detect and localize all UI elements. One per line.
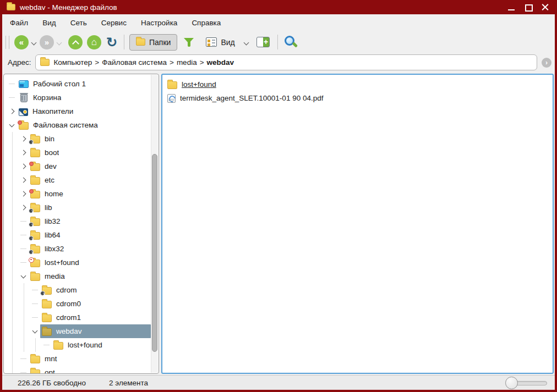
menu-item-файл[interactable]: Файл	[10, 19, 28, 27]
tree-item-body[interactable]: lost+found	[52, 338, 151, 352]
tree-item-cdrom0[interactable]: cdrom0	[4, 297, 151, 311]
expander-expanded-icon[interactable]	[19, 269, 29, 283]
folder-icon	[30, 205, 40, 212]
zoom-slider[interactable]	[505, 377, 547, 389]
address-row: Адрес: Компьютер>Файловая система>media>…	[2, 53, 555, 73]
forward-history-dropdown[interactable]	[56, 35, 63, 49]
tree-item-корзина[interactable]: Корзина	[4, 91, 151, 104]
view-dropdown[interactable]	[243, 35, 250, 49]
tree-item-lost+found[interactable]: lost+found	[4, 338, 151, 352]
tree-item-body[interactable]: dev	[29, 159, 151, 173]
tree-item-body[interactable]: cdrom0	[40, 297, 151, 311]
breadcrumb-item-компьютер[interactable]: Компьютер	[53, 58, 92, 67]
filter-button[interactable]	[183, 35, 195, 49]
file-item-lost+found[interactable]: lost+found	[165, 78, 553, 91]
tree-item-mnt[interactable]: mnt	[4, 352, 151, 366]
tree-item-body[interactable]: cdrom	[40, 283, 151, 297]
emblem-red-icon	[29, 162, 34, 166]
expander-collapsed-icon[interactable]	[19, 173, 29, 187]
back-history-dropdown[interactable]	[30, 35, 38, 49]
tree-item-body[interactable]: media	[29, 269, 151, 283]
tree-item-body[interactable]: boot	[29, 146, 151, 159]
tree-item-boot[interactable]: boot	[4, 146, 151, 159]
tree-item-body[interactable]: bin	[29, 132, 151, 146]
file-item-termidesk-agent-slet-10001-01-90-04-pdf[interactable]: termidesk_agent_SLET.10001-01 90 04.pdf	[165, 91, 553, 105]
tree-item-body[interactable]: libx32	[29, 242, 151, 256]
folders-toggle-label: Папки	[149, 38, 171, 47]
scrollbar-thumb[interactable]	[152, 154, 157, 352]
tree-item-body[interactable]: home	[29, 187, 151, 201]
tree-item-body[interactable]: lib	[29, 201, 151, 214]
tree-item-lost+found[interactable]: lost+found	[4, 256, 151, 269]
tree-item-webdav[interactable]: webdav	[4, 324, 151, 338]
tree-item-body[interactable]: Рабочий стол 1	[17, 77, 151, 91]
tree-item-home[interactable]: home	[4, 187, 151, 201]
maximize-icon[interactable]	[525, 3, 532, 11]
tree-item-lib[interactable]: lib	[4, 201, 151, 214]
tree-item-body[interactable]: lost+found	[29, 256, 151, 269]
folder-icon	[19, 122, 29, 130]
view-button[interactable]: Вид	[204, 37, 237, 47]
sidebar-scrollbar[interactable]	[151, 75, 158, 373]
tree-item-рабочий-стол-1[interactable]: Рабочий стол 1	[4, 77, 151, 91]
tree-item-cdrom1[interactable]: cdrom1	[4, 311, 151, 324]
menu-item-сервис[interactable]: Сервис	[101, 19, 127, 27]
expander-expanded-icon[interactable]	[31, 324, 40, 338]
tree-item-lib32[interactable]: lib32	[4, 214, 151, 228]
search-button[interactable]	[283, 35, 298, 49]
tree-item-bin[interactable]: bin	[4, 132, 151, 146]
tree-item-body[interactable]: Корзина	[17, 91, 151, 104]
toolbar-handle[interactable]	[6, 36, 9, 49]
expander-collapsed-icon[interactable]	[19, 187, 29, 201]
forward-button[interactable]: »	[40, 35, 54, 49]
address-label: Адрес:	[8, 58, 31, 67]
tree-item-файловая-система[interactable]: Файловая система	[4, 118, 151, 132]
expander-collapsed-icon[interactable]	[19, 159, 29, 173]
address-input[interactable]: Компьютер>Файловая система>media>webdav	[35, 54, 537, 70]
split-view-button[interactable]	[256, 37, 270, 47]
go-button[interactable]: ›	[542, 58, 551, 68]
expander-collapsed-icon[interactable]	[19, 132, 29, 146]
tree-item-cdrom[interactable]: cdrom	[4, 283, 151, 297]
home-button[interactable]: ⌂	[87, 35, 101, 49]
tree-item-body[interactable]: Файловая система	[17, 118, 151, 132]
folders-toggle-button[interactable]: Папки	[129, 34, 177, 51]
tree-item-body[interactable]: lib32	[29, 214, 151, 228]
tree-item-lib64[interactable]: lib64	[4, 228, 151, 242]
expander-collapsed-icon[interactable]	[8, 104, 17, 118]
close-icon[interactable]	[542, 3, 549, 11]
tree-item-накопители[interactable]: Накопители	[4, 104, 151, 118]
tree-guide-line	[8, 324, 19, 338]
tree-item-body[interactable]: Накопители	[17, 104, 151, 118]
tree-item-libx32[interactable]: libx32	[4, 242, 151, 256]
tree-item-media[interactable]: media	[4, 269, 151, 283]
tree-item-body[interactable]: cdrom1	[40, 311, 151, 324]
menu-item-вид[interactable]: Вид	[42, 19, 56, 27]
menu-item-сеть[interactable]: Сеть	[70, 19, 87, 27]
tree-item-dev[interactable]: dev	[4, 159, 151, 173]
menu-item-настройка[interactable]: Настройка	[141, 19, 177, 27]
tree-guide-line	[19, 324, 31, 338]
minimize-icon[interactable]	[507, 3, 515, 11]
expander-collapsed-icon[interactable]	[19, 146, 29, 159]
free-space-text: 226.26 ГБ свободно	[18, 379, 86, 387]
menu-item-справка[interactable]: Справка	[192, 19, 221, 27]
titlebar[interactable]: webdav - Менеджер файлов	[2, 0, 555, 14]
zoom-slider-knob[interactable]	[505, 377, 518, 389]
tree-item-opt[interactable]: opt	[4, 366, 151, 373]
up-button[interactable]	[68, 35, 83, 49]
back-button[interactable]: «	[14, 35, 29, 49]
breadcrumb-item-media[interactable]: media	[177, 58, 197, 67]
expander-expanded-icon[interactable]	[8, 118, 17, 132]
expander-collapsed-icon[interactable]	[19, 201, 29, 214]
breadcrumb-item-файловая-система[interactable]: Файловая система	[102, 58, 167, 67]
tree-item-body[interactable]: lib64	[29, 228, 151, 242]
breadcrumb-item-webdav[interactable]: webdav	[207, 58, 234, 67]
tree-item-body[interactable]: etc	[29, 173, 151, 187]
tree-item-etc[interactable]: etc	[4, 173, 151, 187]
tree-item-body[interactable]: webdav	[40, 324, 151, 338]
tree-item-body[interactable]: mnt	[29, 352, 151, 366]
refresh-button[interactable]: ↻	[105, 35, 119, 49]
tree-item-body[interactable]: opt	[29, 366, 151, 373]
tree-guide-line	[19, 338, 31, 352]
